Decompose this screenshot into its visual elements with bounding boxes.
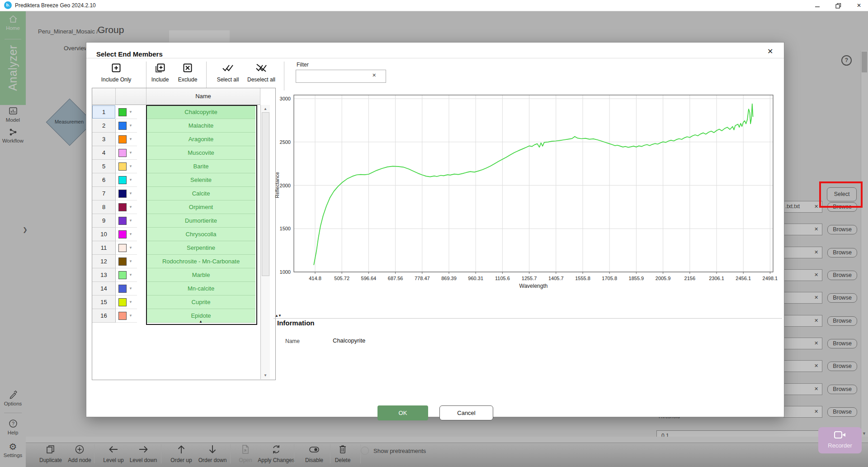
color-swatch[interactable]: [118, 135, 127, 143]
mineral-name-cell[interactable]: Cuprite: [146, 295, 255, 309]
color-dropdown-icon[interactable]: ▼: [129, 246, 132, 250]
row-number-cell[interactable]: 3: [92, 133, 116, 146]
color-swatch[interactable]: [118, 298, 127, 306]
row-number-cell[interactable]: 8: [92, 200, 116, 214]
row-number-cell[interactable]: 6: [92, 173, 116, 187]
color-cell[interactable]: ▼: [116, 282, 137, 295]
cancel-button[interactable]: Cancel: [439, 405, 493, 420]
row-number-cell[interactable]: 15: [92, 295, 116, 309]
color-cell[interactable]: ▼: [116, 146, 137, 160]
color-dropdown-icon[interactable]: ▼: [129, 314, 132, 318]
color-swatch[interactable]: [118, 190, 127, 198]
color-cell[interactable]: ▼: [116, 214, 137, 228]
color-cell[interactable]: ▼: [116, 241, 137, 255]
color-dropdown-icon[interactable]: ▼: [129, 273, 132, 277]
color-cell[interactable]: ▼: [116, 133, 137, 146]
color-cell[interactable]: ▼: [116, 255, 137, 268]
mineral-name-cell[interactable]: Malachite: [146, 119, 255, 133]
color-dropdown-icon[interactable]: ▼: [129, 151, 132, 155]
color-dropdown-icon[interactable]: ▼: [129, 286, 132, 291]
color-cell[interactable]: ▼: [116, 119, 137, 133]
column-header-name[interactable]: Name: [146, 88, 260, 105]
color-dropdown-icon[interactable]: ▼: [129, 259, 132, 263]
color-dropdown-icon[interactable]: ▼: [129, 205, 132, 209]
row-number-cell[interactable]: 16: [92, 309, 116, 323]
mineral-name-cell[interactable]: Selenite: [146, 173, 255, 187]
close-window-icon[interactable]: ✕: [850, 0, 868, 11]
dialog-close-icon[interactable]: ✕: [767, 47, 773, 56]
color-swatch[interactable]: [118, 217, 127, 225]
color-swatch[interactable]: [118, 285, 127, 293]
color-cell[interactable]: ▼: [116, 200, 137, 214]
ok-button[interactable]: OK: [377, 405, 428, 420]
color-cell[interactable]: ▼: [116, 173, 137, 187]
reflectance-chart: 10001500200025003000Reflectance414.8505.…: [274, 92, 782, 305]
table-scrollbar-thumb[interactable]: [262, 112, 269, 276]
mineral-name-cell[interactable]: Rodochrosite - Mn-Carbonate: [146, 255, 255, 268]
color-dropdown-icon[interactable]: ▼: [129, 232, 132, 236]
row-number-cell[interactable]: 11: [92, 241, 116, 255]
color-dropdown-icon[interactable]: ▼: [129, 164, 132, 168]
color-cell[interactable]: ▼: [116, 309, 137, 323]
restore-icon[interactable]: [829, 0, 847, 11]
row-number-cell[interactable]: 7: [92, 187, 116, 200]
mineral-name-cell[interactable]: Mn-calcite: [146, 282, 255, 295]
mineral-name-cell[interactable]: Calcite: [146, 187, 255, 200]
color-swatch[interactable]: [118, 149, 127, 157]
include-only-button[interactable]: Include Only: [94, 62, 138, 83]
color-dropdown-icon[interactable]: ▼: [129, 191, 132, 195]
color-swatch[interactable]: [118, 257, 127, 266]
mineral-name-cell[interactable]: Chrysocolla: [146, 228, 255, 241]
mineral-name-cell[interactable]: Orpiment: [146, 200, 255, 214]
color-dropdown-icon[interactable]: ▼: [129, 300, 132, 304]
mineral-name-cell[interactable]: Chalcopyrite: [146, 105, 255, 119]
row-number-cell[interactable]: 5: [92, 160, 116, 173]
deselect-all-button[interactable]: Deselect all: [240, 62, 283, 83]
table-scrollbar[interactable]: ▲ ▼: [260, 105, 270, 379]
row-number-cell[interactable]: 2: [92, 119, 116, 133]
filter-clear-icon[interactable]: ✕: [372, 72, 376, 78]
mineral-name-cell[interactable]: Muscovite: [146, 146, 255, 160]
color-dropdown-icon[interactable]: ▼: [129, 124, 132, 128]
row-number-cell[interactable]: 12: [92, 255, 116, 268]
color-cell[interactable]: ▼: [116, 228, 137, 241]
column-header-color[interactable]: [116, 88, 146, 105]
color-swatch[interactable]: [118, 271, 127, 279]
row-number-cell[interactable]: 14: [92, 282, 116, 295]
column-select-bottom-handle-icon[interactable]: ▲: [199, 319, 203, 324]
color-swatch[interactable]: [118, 230, 127, 238]
color-swatch[interactable]: [118, 162, 127, 171]
color-cell[interactable]: ▼: [116, 105, 137, 119]
color-dropdown-icon[interactable]: ▼: [129, 178, 132, 182]
recorder-button[interactable]: Recorder: [818, 427, 862, 453]
color-cell[interactable]: ▼: [116, 187, 137, 200]
color-swatch[interactable]: [118, 108, 127, 116]
scroll-down-icon[interactable]: ▼: [261, 373, 270, 377]
color-dropdown-icon[interactable]: ▼: [129, 137, 132, 141]
color-swatch[interactable]: [118, 203, 127, 211]
mineral-name-cell[interactable]: Dumortierite: [146, 214, 255, 228]
minimize-icon[interactable]: [808, 0, 826, 11]
row-number-cell[interactable]: 9: [92, 214, 116, 228]
color-swatch[interactable]: [118, 244, 127, 252]
color-cell[interactable]: ▼: [116, 160, 137, 173]
row-number-cell[interactable]: 10: [92, 228, 116, 241]
color-cell[interactable]: ▼: [116, 268, 137, 282]
color-swatch[interactable]: [118, 312, 127, 320]
column-header-blank[interactable]: [92, 88, 116, 105]
row-number-cell[interactable]: 4: [92, 146, 116, 160]
color-swatch[interactable]: [118, 176, 127, 184]
mineral-name-cell[interactable]: Serpentine: [146, 241, 255, 255]
mineral-name-cell[interactable]: Marble: [146, 268, 255, 282]
row-number-cell[interactable]: 13: [92, 268, 116, 282]
splitter-handle-icon[interactable]: ▲▼: [275, 314, 281, 318]
mineral-name-cell[interactable]: Barite: [146, 160, 255, 173]
mineral-name-cell[interactable]: Aragonite: [146, 133, 255, 146]
color-swatch[interactable]: [118, 122, 127, 130]
color-cell[interactable]: ▼: [116, 295, 137, 309]
row-number-cell[interactable]: 1: [92, 105, 115, 119]
color-dropdown-icon[interactable]: ▼: [129, 110, 132, 114]
exclude-button[interactable]: Exclude: [166, 62, 209, 83]
color-dropdown-icon[interactable]: ▼: [129, 219, 132, 223]
scroll-up-icon[interactable]: ▲: [261, 107, 270, 111]
